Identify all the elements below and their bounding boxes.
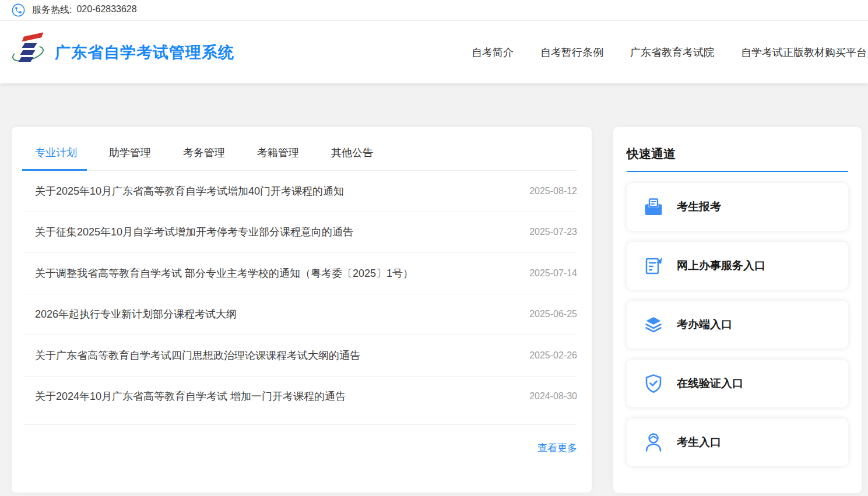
form-edit-icon (643, 255, 664, 276)
phone-icon (12, 3, 25, 17)
nav-item-intro[interactable]: 自考简介 (472, 45, 514, 59)
notice-list: 关于2025年10月广东省高等教育自学考试增加40门开考课程的通知 2025-0… (23, 171, 577, 425)
quick-item-label: 在线验证入口 (677, 376, 743, 391)
nav-item-textbook-platform[interactable]: 自学考试正版教材购买平台 (741, 45, 867, 59)
notice-row[interactable]: 关于征集2025年10月自学考试增加开考停考专业部分课程意向的通告 2025-0… (23, 212, 577, 254)
layers-icon (643, 314, 664, 335)
notice-title[interactable]: 2026年起执行专业新计划部分课程考试大纲 (35, 307, 237, 321)
quick-item-exam-office-portal[interactable]: 考办端入口 (627, 301, 848, 349)
tab-exam-affairs[interactable]: 考务管理 (183, 146, 225, 170)
tab-major-plans[interactable]: 专业计划 (35, 146, 77, 170)
notice-date: 2025-07-23 (529, 227, 577, 237)
quick-item-label: 考生报考 (677, 199, 721, 214)
list-divider (23, 417, 577, 425)
notice-date: 2024-08-30 (529, 391, 577, 402)
quick-access-panel: 快速通道 考生报考 网上办事服务入口 考办端入口 (613, 127, 862, 493)
hotline-number: 020-62833628 (76, 4, 136, 16)
notice-title[interactable]: 关于2025年10月广东省高等教育自学考试增加40门开考课程的通知 (35, 184, 344, 198)
logo-navy-bar (19, 57, 34, 62)
quick-item-candidate-portal[interactable]: 考生入口 (627, 418, 848, 466)
notice-row[interactable]: 2026年起执行专业新计划部分课程考试大纲 2025-06-25 (23, 294, 577, 336)
notice-title[interactable]: 关于2024年10月广东省高等教育自学考试 增加一门开考课程的通告 (35, 389, 346, 403)
quick-access-title: 快速通道 (627, 146, 848, 162)
quick-item-candidate-registration[interactable]: 考生报考 (627, 183, 848, 231)
page-title: 广东省自学考试管理系统 (55, 42, 234, 63)
site-logo (12, 31, 45, 74)
notice-panel: 专业计划 助学管理 考务管理 考籍管理 其他公告 关于2025年10月广东省高等… (12, 127, 592, 493)
nav-item-regulations[interactable]: 自考暂行条例 (540, 45, 603, 59)
view-more-link[interactable]: 查看更多 (537, 442, 577, 453)
user-icon (643, 432, 664, 453)
notice-date: 2025-02-26 (529, 350, 577, 361)
quick-item-online-services[interactable]: 网上办事服务入口 (627, 242, 848, 290)
notice-tabs: 专业计划 助学管理 考务管理 考籍管理 其他公告 (35, 127, 577, 171)
logo-red-bar (22, 32, 44, 41)
notice-title[interactable]: 关于调整我省高等教育自学考试 部分专业主考学校的通知（粤考委〔2025〕1号） (35, 266, 413, 280)
quick-access-underline (627, 171, 848, 172)
shield-check-icon (643, 373, 664, 394)
notice-row[interactable]: 关于2024年10月广东省高等教育自学考试 增加一门开考课程的通告 2024-0… (23, 377, 577, 418)
notice-date: 2025-06-25 (529, 309, 577, 319)
site-header: 广东省自学考试管理系统 自考简介 自考暂行条例 广东省教育考试院 自学考试正版教… (0, 21, 868, 83)
inbox-icon (643, 196, 664, 217)
quick-item-label: 考办端入口 (677, 317, 732, 332)
hotline-bar: 服务热线: 020-62833628 (0, 0, 868, 21)
main-nav: 自考简介 自考暂行条例 广东省教育考试院 自学考试正版教材购买平台 (472, 45, 868, 59)
notice-title[interactable]: 关于征集2025年10月自学考试增加开考停考专业部分课程意向的通告 (35, 225, 353, 239)
quick-item-online-verification[interactable]: 在线验证入口 (627, 360, 848, 407)
hotline-label: 服务热线: (32, 4, 72, 16)
notice-date: 2025-07-14 (529, 268, 577, 279)
tab-other-notices[interactable]: 其他公告 (331, 146, 373, 170)
notice-row[interactable]: 关于广东省高等教育自学考试四门思想政治理论课课程考试大纲的通告 2025-02-… (23, 335, 577, 377)
quick-item-label: 考生入口 (677, 435, 721, 450)
notice-row[interactable]: 关于调整我省高等教育自学考试 部分专业主考学校的通知（粤考委〔2025〕1号） … (23, 253, 577, 294)
more-row: 查看更多 (23, 425, 577, 455)
notice-row[interactable]: 关于2025年10月广东省高等教育自学考试增加40门开考课程的通知 2025-0… (23, 171, 577, 212)
quick-item-label: 网上办事服务入口 (677, 258, 765, 273)
notice-title[interactable]: 关于广东省高等教育自学考试四门思想政治理论课课程考试大纲的通告 (35, 349, 360, 363)
tab-exam-records[interactable]: 考籍管理 (257, 146, 299, 170)
nav-item-exam-authority[interactable]: 广东省教育考试院 (630, 45, 714, 59)
tab-study-support[interactable]: 助学管理 (109, 146, 151, 170)
notice-date: 2025-08-12 (529, 186, 577, 196)
